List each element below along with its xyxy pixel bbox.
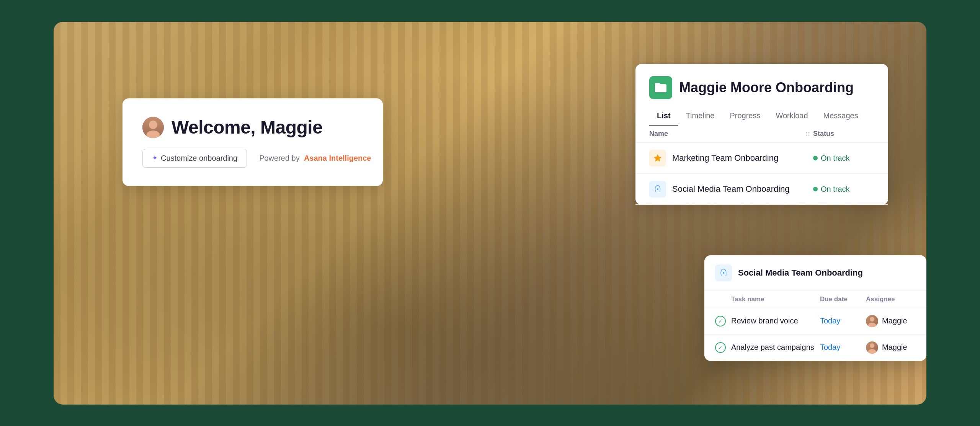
star-icon [649, 150, 666, 166]
powered-by-text: Powered by Asana Intelligence [259, 154, 371, 163]
assignee-2-avatar [866, 341, 878, 354]
project-table: Name Status Marketing Te [635, 125, 888, 205]
task-row[interactable]: ✓ Review brand voice Today Maggie [704, 308, 926, 335]
status-badge-1: On track [813, 154, 874, 163]
svg-point-3 [808, 134, 810, 135]
assignee-2-name: Maggie [882, 343, 907, 352]
task-check-icon-1: ✓ [715, 316, 726, 326]
task-col-assignee-header: Assignee [866, 295, 916, 303]
task-1-date: Today [820, 317, 866, 325]
task-2-date: Today [820, 343, 866, 352]
tab-list[interactable]: List [649, 107, 678, 126]
rocket-icon [649, 181, 666, 197]
customize-onboarding-button[interactable]: ✦ Customize onboarding [142, 149, 247, 168]
project-panel: Maggie Moore Onboarding List Timeline Pr… [635, 64, 888, 205]
project-header: Maggie Moore Onboarding [635, 64, 888, 99]
powered-by-label: Powered by [259, 154, 300, 162]
task-popup-header: Social Media Team Onboarding [704, 255, 926, 291]
col-status-header: Status [813, 130, 874, 138]
table-header: Name Status [635, 125, 888, 143]
col-name-header: Name [649, 130, 802, 138]
customize-btn-label: Customize onboarding [161, 154, 237, 163]
folder-icon [649, 76, 672, 99]
svg-point-1 [808, 132, 810, 133]
sparkle-icon: ✦ [152, 154, 158, 162]
task-check-icon-2: ✓ [715, 342, 726, 353]
assignee-1-avatar [866, 315, 878, 327]
task-table-header: Task name Due date Assignee [704, 291, 926, 308]
status-text-1: On track [821, 154, 850, 163]
task-row[interactable]: ✓ Analyze past campaigns Today Maggie [704, 335, 926, 361]
task-2-name: Analyze past campaigns [731, 343, 820, 352]
row-2-name: Social Media Team Onboarding [672, 184, 813, 194]
project-tabs: List Timeline Progress Workload Messages [635, 107, 888, 126]
tab-progress[interactable]: Progress [722, 107, 768, 126]
status-dot-1 [813, 156, 818, 160]
svg-marker-4 [654, 154, 662, 162]
assignee-1-name: Maggie [882, 317, 907, 325]
avatar [142, 117, 164, 138]
welcome-card: Welcome, Maggie ✦ Customize onboarding P… [122, 98, 383, 186]
task-popup-title: Social Media Team Onboarding [738, 268, 863, 278]
table-row[interactable]: Social Media Team Onboarding On track [635, 174, 888, 205]
task-popup-rocket-icon [715, 264, 732, 281]
table-row[interactable]: Marketing Team Onboarding On track [635, 143, 888, 174]
status-dot-2 [813, 187, 818, 191]
welcome-footer: ✦ Customize onboarding Powered by Asana … [142, 149, 363, 168]
resize-handle-icon [802, 131, 813, 137]
main-frame: Welcome, Maggie ✦ Customize onboarding P… [54, 22, 926, 405]
tab-timeline[interactable]: Timeline [678, 107, 722, 126]
project-title: Maggie Moore Onboarding [679, 80, 854, 96]
task-popup: Social Media Team Onboarding Task name D… [704, 255, 926, 361]
welcome-title: Welcome, Maggie [172, 117, 322, 138]
row-1-name: Marketing Team Onboarding [672, 153, 813, 163]
tab-messages[interactable]: Messages [816, 107, 866, 126]
avatar-image [142, 117, 164, 138]
folder-svg [654, 81, 668, 95]
asana-intelligence-link[interactable]: Asana Intelligence [304, 154, 371, 162]
task-col-name-header: Task name [715, 295, 820, 303]
welcome-header: Welcome, Maggie [142, 117, 363, 138]
task-col-date-header: Due date [820, 295, 866, 303]
status-text-2: On track [821, 185, 850, 194]
task-1-assignee: Maggie [866, 315, 916, 327]
task-2-assignee: Maggie [866, 341, 916, 354]
svg-point-2 [806, 134, 807, 135]
status-badge-2: On track [813, 185, 874, 194]
tab-workload[interactable]: Workload [768, 107, 815, 126]
task-1-name: Review brand voice [731, 317, 820, 325]
svg-point-0 [806, 132, 807, 133]
